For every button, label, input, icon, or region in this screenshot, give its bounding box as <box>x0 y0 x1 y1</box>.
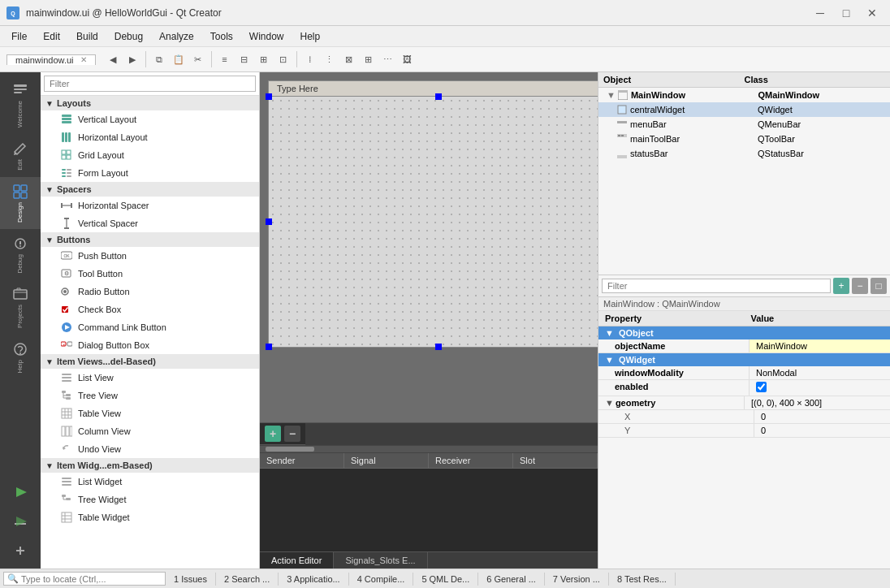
bottom-add-btn[interactable]: + <box>265 426 281 442</box>
section-item-views[interactable]: ▼ Item Views...del-Based) <box>41 354 259 369</box>
toolbar-btn-grid[interactable]: ⊡ <box>274 50 292 68</box>
toolbar-btn-1[interactable]: ◀ <box>104 50 122 68</box>
canvas-container[interactable]: Type Here <box>260 72 598 422</box>
status-tab-application[interactable]: 3 Applicatio... <box>279 573 348 586</box>
toolbar-btn-align[interactable]: ≡ <box>216 50 234 68</box>
toolbar-btn-vert[interactable]: ⊟ <box>235 50 253 68</box>
widget-table-view[interactable]: Table View <box>41 404 259 422</box>
bottom-hscroll[interactable] <box>260 445 598 453</box>
prop-filter-input[interactable] <box>602 279 831 293</box>
prop-add-btn[interactable]: + <box>833 278 849 294</box>
prop-value-enabled[interactable] <box>750 380 890 396</box>
file-tab-mainwindow[interactable]: mainwindow.ui ✕ <box>6 54 96 65</box>
object-row-menubar[interactable]: menuBar QMenuBar <box>598 117 890 132</box>
status-tab-version[interactable]: 7 Version ... <box>545 573 609 586</box>
object-row-maintoolbar[interactable]: mainToolBar QToolBar <box>598 132 890 146</box>
menu-debug[interactable]: Debug <box>106 29 151 44</box>
toolbar-btn-img[interactable]: 🖼 <box>399 50 417 68</box>
sidebar-item-debug[interactable]: Debug <box>0 229 41 280</box>
menu-help[interactable]: Help <box>292 29 329 44</box>
prop-minus-btn[interactable]: − <box>852 278 868 294</box>
sidebar-item-welcome[interactable]: Welcome <box>0 76 41 134</box>
object-row-mainwindow[interactable]: ▼ MainWindow QMainWindow <box>598 88 890 102</box>
status-search-input[interactable] <box>21 574 162 584</box>
prop-value-windowmodality[interactable]: NonModal <box>750 366 890 379</box>
sidebar-item-edit[interactable]: Edit <box>0 134 41 177</box>
minimize-button[interactable]: ─ <box>809 5 832 21</box>
sidebar-item-run[interactable] <box>0 478 41 507</box>
widget-table-widget[interactable]: Table Widget <box>41 508 259 526</box>
widget-column-view[interactable]: Column View <box>41 422 259 440</box>
widget-undo-view[interactable]: Undo View <box>41 440 259 458</box>
section-item-widgets[interactable]: ▼ Item Widg...em-Based) <box>41 458 259 473</box>
widget-tool-button[interactable]: ⚙ Tool Button <box>41 265 259 283</box>
status-tab-compile[interactable]: 4 Compile... <box>349 573 414 586</box>
prop-value-geometry[interactable]: [(0, 0), 400 × 300] <box>745 396 890 409</box>
widget-check-box[interactable]: Check Box <box>41 300 259 318</box>
widget-tree-widget[interactable]: Tree Widget <box>41 491 259 508</box>
sidebar-item-build[interactable] <box>0 507 41 536</box>
object-row-statusbar[interactable]: statusBar QStatusBar <box>598 146 890 161</box>
menu-edit[interactable]: Edit <box>35 29 68 44</box>
toolbar-btn-6[interactable]: ⋮ <box>321 50 339 68</box>
menu-window[interactable]: Window <box>241 29 292 44</box>
toolbar-btn-copy[interactable]: ⧉ <box>150 50 168 68</box>
menu-build[interactable]: Build <box>68 29 106 44</box>
handle-bl[interactable] <box>266 344 272 350</box>
handle-ml[interactable] <box>266 218 272 225</box>
widget-vertical-layout[interactable]: Vertical Layout <box>41 110 259 128</box>
maximize-button[interactable]: □ <box>835 5 858 21</box>
toolbar-btn-horiz[interactable]: ⊞ <box>255 50 273 68</box>
canvas-main-area[interactable] <box>268 96 598 348</box>
toolbar-btn-8[interactable]: ⊞ <box>360 50 378 68</box>
prop-value-objectname[interactable]: MainWindow <box>750 339 890 352</box>
widget-tree-view[interactable]: Tree View <box>41 387 259 404</box>
sidebar-item-help[interactable]: Help <box>0 335 41 379</box>
handle-bm[interactable] <box>435 344 442 350</box>
handle-tl[interactable] <box>266 93 272 100</box>
prop-sub-value-y[interactable]: 0 <box>754 424 890 437</box>
widget-grid-layout[interactable]: Grid Layout <box>41 146 259 164</box>
status-tab-issues[interactable]: 1 Issues <box>166 573 216 586</box>
widget-list-widget[interactable]: List Widget <box>41 473 259 491</box>
section-layouts[interactable]: ▼ Layouts <box>41 96 259 110</box>
sidebar-item-design[interactable]: Design <box>0 177 41 229</box>
geometry-expand-icon[interactable]: ▼ <box>605 398 614 408</box>
status-tab-test[interactable]: 8 Test Res... <box>609 573 676 586</box>
sidebar-item-locator[interactable] <box>0 536 41 565</box>
close-button[interactable]: ✕ <box>861 5 884 21</box>
toolbar-btn-5[interactable]: ⁞ <box>301 50 319 68</box>
status-tab-search[interactable]: 2 Search ... <box>216 573 279 586</box>
menu-tools[interactable]: Tools <box>202 29 241 44</box>
sidebar-item-projects[interactable]: Projects <box>0 279 41 335</box>
status-tab-general[interactable]: 6 General ... <box>478 573 545 586</box>
widget-command-link-button[interactable]: Command Link Button <box>41 318 259 336</box>
tab-signals-slots[interactable]: Signals_Slots E... <box>334 552 427 569</box>
file-tab-close-icon[interactable]: ✕ <box>80 55 87 64</box>
canvas-type-here[interactable]: Type Here <box>269 81 326 96</box>
widget-horizontal-spacer[interactable]: Horizontal Spacer <box>41 197 259 214</box>
widget-push-button[interactable]: OK Push Button <box>41 247 259 265</box>
toolbar-btn-paste[interactable]: 📋 <box>170 50 188 68</box>
enabled-checkbox[interactable] <box>756 382 767 392</box>
widget-list-view[interactable]: List View <box>41 369 259 387</box>
section-buttons[interactable]: ▼ Buttons <box>41 232 259 247</box>
widget-radio-button[interactable]: Radio Button <box>41 283 259 300</box>
tab-action-editor[interactable]: Action Editor <box>260 552 334 569</box>
menu-analyze[interactable]: Analyze <box>151 29 202 44</box>
menu-file[interactable]: File <box>3 29 35 44</box>
widget-vertical-spacer[interactable]: Vertical Spacer <box>41 214 259 232</box>
section-spacers[interactable]: ▼ Spacers <box>41 182 259 197</box>
toolbar-btn-7[interactable]: ⊠ <box>340 50 358 68</box>
toolbar-btn-2[interactable]: ▶ <box>123 50 141 68</box>
toolbar-btn-cut[interactable]: ✂ <box>189 50 207 68</box>
widget-form-layout[interactable]: Form Layout <box>41 164 259 182</box>
prop-expand-btn[interactable]: □ <box>871 278 887 294</box>
toolbar-btn-9[interactable]: ⋯ <box>379 50 397 68</box>
bottom-remove-btn[interactable]: − <box>284 426 300 442</box>
widget-dialog-button-box[interactable]: ✕ Dialog Button Box <box>41 336 259 354</box>
prop-sub-value-x[interactable]: 0 <box>754 410 890 423</box>
widget-horizontal-layout[interactable]: Horizontal Layout <box>41 128 259 146</box>
handle-tm[interactable] <box>435 93 442 100</box>
status-tab-qml[interactable]: 5 QML De... <box>413 573 478 586</box>
